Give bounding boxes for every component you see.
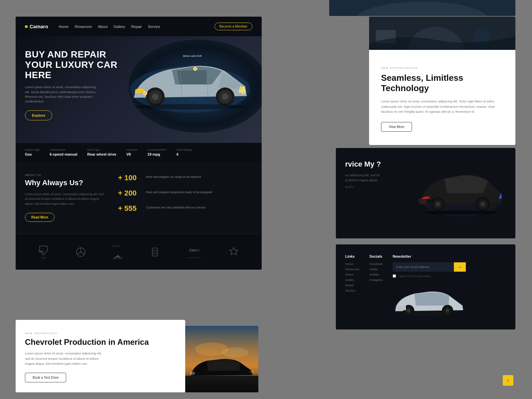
svg-point-5 — [152, 93, 159, 100]
svg-point-38 — [222, 347, 248, 357]
stat-num-3: + 555 — [118, 204, 141, 213]
footer-link-showroom[interactable]: Showroom — [345, 268, 359, 271]
spec-seating: Total Seating 4 — [176, 148, 192, 156]
mrp-note: an EV — [345, 185, 410, 189]
footer-links-title: Links — [345, 254, 359, 258]
view-more-button[interactable]: View More — [381, 122, 412, 132]
nav-service[interactable]: Service — [148, 25, 160, 29]
bottom-scene-image — [185, 326, 258, 392]
page-wrapper: Camaro Home Showroom About Gallery Repai… — [0, 0, 532, 399]
svg-point-40 — [190, 372, 195, 375]
footer-social-facebook[interactable]: Facebook — [369, 262, 383, 266]
main-panel: Camaro Home Showroom About Gallery Repai… — [16, 17, 262, 270]
newsletter-checkbox-label: I agree to the Privacy Policy — [398, 275, 431, 278]
newsletter-checkbox[interactable] — [393, 274, 396, 278]
svg-point-35 — [446, 309, 449, 312]
newsletter-submit-button[interactable]: → — [454, 262, 466, 272]
nav-home[interactable]: Home — [59, 25, 68, 29]
scroll-to-top-button[interactable]: ↑ — [503, 375, 513, 386]
footer-link-repair[interactable]: Repair — [345, 284, 359, 287]
nav-about[interactable]: About — [98, 25, 108, 29]
footer-section: Links Home Showroom About Gallery Repair… — [336, 244, 515, 330]
footer-car-image — [393, 283, 466, 320]
footer-social-dribble[interactable]: Dribble — [369, 273, 383, 276]
footer-link-service[interactable]: Service — [345, 289, 359, 292]
spec-cyl-value: V8 — [126, 152, 137, 156]
hero-description: Lorem ipsum dolor sit amet, consectetur … — [25, 85, 98, 104]
stat-num-1: + 100 — [118, 174, 141, 182]
svg-point-11 — [242, 90, 245, 94]
spec-mpg-label: Combined MPG — [147, 148, 166, 151]
logo-dot — [25, 25, 28, 28]
top-car-image — [329, 0, 515, 16]
svg-point-28 — [423, 210, 499, 214]
spec-trans-label: Transmission — [50, 148, 77, 151]
spec-seat-label: Total Seating — [176, 148, 192, 151]
newsletter-checkbox-row: I agree to the Privacy Policy — [393, 274, 466, 278]
brands-bar: JMC JMC TESLA CHEVROLET — [16, 234, 262, 270]
footer-socials-col: Socials Facebook Twitter Dribble Instagr… — [369, 254, 383, 320]
mrp-desc: tur adipiscing elit, sed doet dolore mag… — [345, 173, 410, 183]
about-stats: + 100 Rere and elegant car ready to be d… — [111, 174, 252, 222]
explore-button[interactable]: Explore — [25, 110, 52, 120]
footer-link-home[interactable]: Home — [345, 262, 359, 266]
hero-title: BUY AND REPAIR YOUR LUXURY CAR HERE — [25, 50, 131, 80]
spec-drive-label: Drive Type — [87, 148, 116, 151]
logo: Camaro — [25, 24, 48, 29]
spec-drive: Drive Type Rear wheel drive — [87, 148, 116, 156]
read-more-button[interactable]: Read More — [25, 213, 55, 222]
about-tag: ABOUT US — [25, 174, 105, 177]
nav-gallery[interactable]: Gallery — [114, 25, 125, 29]
footer-socials-title: Socials — [369, 254, 383, 258]
footer-newsletter-col: Newsletter → I agree to the Privacy Poli… — [393, 254, 466, 320]
stat-desc-3: Customers are very satisfied with our se… — [146, 204, 205, 210]
brand-chevrolet: CHEVROLET — [187, 245, 202, 259]
footer-link-gallery[interactable]: Gallery — [345, 278, 359, 282]
svg-point-12 — [144, 92, 147, 95]
become-member-button[interactable]: Become a Member — [214, 23, 252, 30]
about-desc: Lorem ipsum dolor sit amet, consectetur … — [25, 192, 105, 206]
hero-section: Mirror with DVR BUY AND REPAIR YOUR LUXU… — [16, 36, 262, 143]
footer-social-instagram[interactable]: Instagram — [369, 278, 383, 282]
svg-rect-39 — [185, 376, 258, 392]
newsletter-input-row: → — [393, 262, 466, 272]
svg-point-9 — [135, 104, 245, 109]
mid-right-panel: rvice My ? tur adipiscing elit, sed doet… — [336, 148, 515, 238]
book-test-drive-button[interactable]: Book a Test Drive — [25, 373, 66, 382]
brand-jmc: JMC JMC — [38, 245, 49, 259]
footer-links-col: Links Home Showroom About Gallery Repair… — [345, 254, 359, 320]
bottom-car-scene — [185, 326, 258, 392]
footer-link-about[interactable]: About — [345, 273, 359, 276]
stat-desc-2: Rere and elegant equipment ready to be e… — [146, 189, 212, 195]
bottom-left-panel: NEW TECHNOLOGY Chevrolet Production in A… — [16, 320, 185, 392]
footer-newsletter-title: Newsletter — [393, 254, 466, 258]
svg-point-8 — [222, 93, 228, 100]
nav-links: Home Showroom About Gallery Repair Servi… — [59, 25, 207, 29]
nav-showroom[interactable]: Showroom — [74, 25, 92, 29]
svg-point-24 — [436, 202, 440, 206]
spec-engine: Engine Type Gas — [25, 148, 40, 156]
footer-social-twitter[interactable]: Twitter — [369, 268, 383, 271]
nav-repair[interactable]: Repair — [131, 25, 142, 29]
brand-mercedes — [75, 247, 86, 257]
rw-title: Seamless, Limitless Technology — [381, 73, 503, 93]
blp-desc: Lorem ipsum dolor sit amet, consectetur … — [25, 351, 105, 366]
spec-trans-value: 6-speed manual — [50, 152, 77, 156]
brand-chevrolet-label: CHEVROLET — [187, 257, 202, 259]
svg-text:TESLA: TESLA — [112, 245, 120, 247]
service-car-image — [416, 160, 506, 223]
newsletter-email-input[interactable] — [393, 262, 454, 272]
svg-text:JMC: JMC — [38, 250, 44, 253]
stat-row-2: + 200 Rere and elegant equipment ready t… — [118, 189, 246, 198]
about-left: ABOUT US Why Always Us? Lorem ipsum dolo… — [25, 174, 111, 222]
svg-point-10 — [194, 67, 197, 70]
mrp-title: rvice My ? — [345, 160, 410, 169]
spec-mpg: Combined MPG 19 mpg — [147, 148, 166, 156]
stat-desc-1: Rere and elegant car ready to be deliver… — [146, 174, 201, 180]
mirror-label: Mirror with DVR — [183, 55, 202, 58]
about-section: ABOUT US Why Always Us? Lorem ipsum dolo… — [16, 162, 262, 234]
stat-row-1: + 100 Rere and elegant car ready to be d… — [118, 174, 246, 182]
footer-columns: Links Home Showroom About Gallery Repair… — [345, 254, 506, 320]
spec-drive-value: Rear wheel drive — [87, 152, 116, 156]
stat-row-3: + 555 Customers are very satisfied with … — [118, 204, 246, 213]
